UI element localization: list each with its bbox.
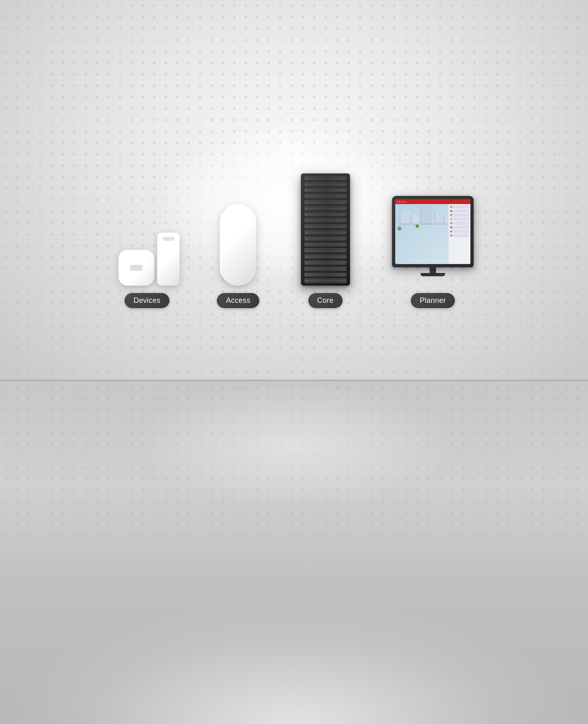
rack-unit-1	[304, 176, 347, 181]
monitor-bezel	[392, 196, 474, 267]
access-item[interactable]: Access	[214, 200, 263, 308]
panel-dot-green-2	[450, 222, 452, 224]
rack-unit-7	[304, 212, 347, 217]
bottom-dot-pattern	[0, 382, 588, 545]
panel-dot-green-3	[450, 235, 452, 236]
page-wrapper: Devices Access	[0, 0, 588, 724]
screen-panel	[448, 204, 470, 264]
toolbar-dot-2	[399, 201, 400, 202]
rack-unit-13	[304, 248, 347, 253]
monitor-screen	[395, 199, 470, 264]
screen-toolbar	[395, 199, 470, 204]
rack-unit-2	[304, 182, 347, 187]
rack-unit-8	[304, 218, 347, 223]
rack-unit-6	[304, 206, 347, 211]
core-rack	[301, 173, 350, 286]
panel-item-3	[450, 213, 469, 217]
device-hub	[118, 250, 154, 286]
screen-content	[395, 204, 470, 264]
toolbar-dot-1	[397, 201, 398, 202]
panel-item-8	[450, 234, 469, 237]
tree-2	[416, 224, 419, 228]
panel-item-7	[450, 230, 469, 233]
building-3	[420, 206, 432, 224]
core-product-image	[293, 171, 358, 286]
devices-item[interactable]: Devices	[110, 200, 184, 308]
rack-unit-12	[304, 242, 347, 247]
access-cylinder	[220, 204, 256, 286]
monitor-neck	[430, 267, 436, 273]
rack-unit-18	[304, 278, 347, 283]
toolbar-dot-3	[401, 201, 402, 202]
building-1	[399, 210, 410, 224]
panel-dot-green	[450, 206, 452, 208]
planner-item[interactable]: Planner	[388, 192, 478, 308]
planner-label[interactable]: Planner	[411, 293, 455, 308]
panel-item-4	[450, 218, 469, 221]
core-item[interactable]: Core	[293, 171, 358, 308]
panel-dot-blue	[450, 214, 452, 216]
panel-item-2	[450, 209, 469, 213]
devices-label[interactable]: Devices	[125, 293, 169, 308]
device-hub-logo	[130, 265, 143, 271]
planner-product-image	[388, 192, 478, 286]
items-container: Devices Access	[110, 171, 478, 308]
rack-unit-10	[304, 230, 347, 235]
rack-unit-5	[304, 200, 347, 205]
device-sensor	[157, 233, 180, 286]
rack-unit-11	[304, 236, 347, 241]
panel-item-1	[450, 205, 469, 209]
panel-item-6	[450, 226, 469, 229]
rack-unit-17	[304, 273, 347, 278]
device-sensor-logo	[163, 237, 174, 241]
building-2	[411, 214, 418, 224]
building-4	[434, 212, 442, 224]
panel-dot-blue-2	[450, 231, 452, 232]
devices-product-image	[110, 200, 184, 286]
rack-unit-9	[304, 224, 347, 229]
toolbar-dot-5	[405, 201, 406, 202]
access-product-image	[214, 200, 263, 286]
rack-unit-16	[304, 267, 347, 271]
rack-unit-14	[304, 254, 347, 259]
monitor-base	[421, 273, 445, 276]
tree-1	[397, 227, 401, 231]
rack-unit-15	[304, 260, 347, 265]
panel-dot-red	[450, 210, 452, 212]
monitor-outer	[392, 196, 474, 286]
toolbar-dot-4	[403, 201, 404, 202]
core-label[interactable]: Core	[308, 293, 343, 308]
panel-item-5	[450, 222, 469, 225]
panel-dot-red-2	[450, 227, 452, 228]
panel-dot-yellow	[450, 218, 452, 220]
rack-unit-3	[304, 188, 347, 193]
rack-unit-4	[304, 194, 347, 199]
access-label[interactable]: Access	[217, 293, 259, 308]
